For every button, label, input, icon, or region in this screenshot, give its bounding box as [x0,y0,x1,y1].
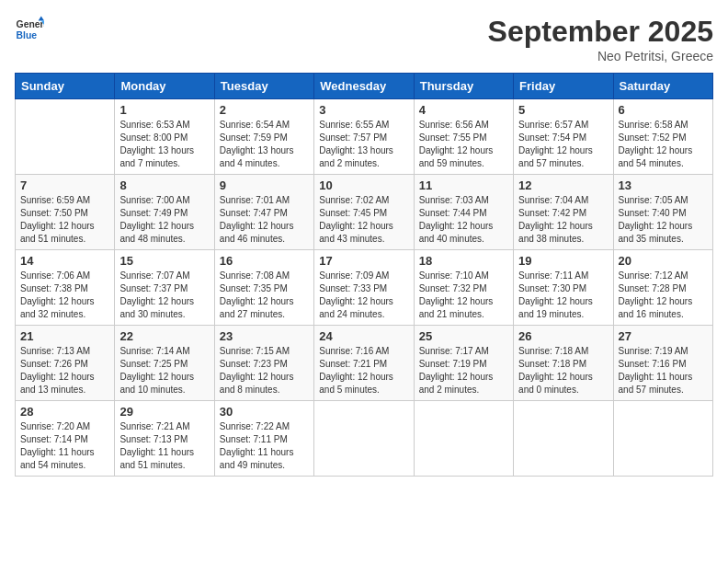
day-number: 11 [419,178,508,192]
day-info: Sunrise: 7:03 AMSunset: 7:44 PMDaylight:… [419,194,508,246]
svg-text:Blue: Blue [17,30,38,40]
week-row-5: 28Sunrise: 7:20 AMSunset: 7:14 PMDayligh… [16,401,713,477]
day-number: 22 [119,329,209,343]
day-number: 30 [220,405,309,419]
day-info: Sunrise: 7:05 AMSunset: 7:40 PMDaylight:… [619,194,708,246]
page-header: General Blue September 2025 Neo Petritsi… [15,15,713,63]
day-cell [16,99,115,175]
day-cell [613,401,712,477]
day-cell: 16Sunrise: 7:08 AMSunset: 7:35 PMDayligh… [214,250,313,326]
day-info: Sunrise: 7:01 AMSunset: 7:47 PMDaylight:… [220,194,309,246]
day-cell: 27Sunrise: 7:19 AMSunset: 7:16 PMDayligh… [613,326,712,401]
day-cell: 6Sunrise: 6:58 AMSunset: 7:52 PMDaylight… [613,99,712,175]
day-number: 6 [619,103,708,117]
day-cell: 30Sunrise: 7:22 AMSunset: 7:11 PMDayligh… [214,401,313,477]
day-cell: 22Sunrise: 7:14 AMSunset: 7:25 PMDayligh… [115,326,214,401]
week-row-2: 7Sunrise: 6:59 AMSunset: 7:50 PMDaylight… [16,175,713,250]
svg-text:General: General [17,19,44,29]
day-number: 18 [419,254,508,268]
day-info: Sunrise: 7:17 AMSunset: 7:19 PMDaylight:… [419,345,508,396]
day-number: 7 [20,178,109,192]
day-number: 9 [220,178,309,192]
day-number: 19 [518,254,608,268]
day-cell: 29Sunrise: 7:21 AMSunset: 7:13 PMDayligh… [115,401,214,477]
day-cell: 8Sunrise: 7:00 AMSunset: 7:49 PMDaylight… [115,175,214,250]
logo: General Blue [15,15,44,44]
day-cell: 15Sunrise: 7:07 AMSunset: 7:37 PMDayligh… [115,250,214,326]
day-info: Sunrise: 7:22 AMSunset: 7:11 PMDaylight:… [220,420,309,472]
day-cell: 19Sunrise: 7:11 AMSunset: 7:30 PMDayligh… [514,250,613,326]
day-info: Sunrise: 6:59 AMSunset: 7:50 PMDaylight:… [20,194,109,246]
col-header-thursday: Thursday [414,74,513,99]
month-title: September 2025 [488,15,713,49]
day-cell: 24Sunrise: 7:16 AMSunset: 7:21 PMDayligh… [314,326,414,401]
day-number: 23 [220,329,309,343]
day-info: Sunrise: 7:10 AMSunset: 7:32 PMDaylight:… [419,270,508,321]
day-cell: 11Sunrise: 7:03 AMSunset: 7:44 PMDayligh… [414,175,513,250]
day-info: Sunrise: 7:09 AMSunset: 7:33 PMDaylight:… [319,270,408,321]
col-header-sunday: Sunday [16,74,115,99]
day-cell: 4Sunrise: 6:56 AMSunset: 7:55 PMDaylight… [414,99,513,175]
day-number: 5 [518,103,608,117]
col-header-wednesday: Wednesday [314,74,414,99]
day-info: Sunrise: 7:11 AMSunset: 7:30 PMDaylight:… [518,270,608,321]
day-cell: 5Sunrise: 6:57 AMSunset: 7:54 PMDaylight… [514,99,613,175]
day-cell: 25Sunrise: 7:17 AMSunset: 7:19 PMDayligh… [414,326,513,401]
day-number: 15 [119,254,209,268]
day-number: 13 [619,178,708,192]
day-cell: 10Sunrise: 7:02 AMSunset: 7:45 PMDayligh… [314,175,414,250]
location-subtitle: Neo Petritsi, Greece [488,49,713,63]
day-number: 17 [319,254,408,268]
day-number: 10 [319,178,408,192]
day-cell: 14Sunrise: 7:06 AMSunset: 7:38 PMDayligh… [16,250,115,326]
day-info: Sunrise: 6:53 AMSunset: 8:00 PMDaylight:… [119,119,209,170]
day-cell: 26Sunrise: 7:18 AMSunset: 7:18 PMDayligh… [514,326,613,401]
day-info: Sunrise: 7:00 AMSunset: 7:49 PMDaylight:… [119,194,209,246]
col-header-saturday: Saturday [613,74,712,99]
day-info: Sunrise: 6:58 AMSunset: 7:52 PMDaylight:… [619,119,708,170]
day-number: 2 [220,103,309,117]
day-cell: 17Sunrise: 7:09 AMSunset: 7:33 PMDayligh… [314,250,414,326]
day-cell [514,401,613,477]
day-cell: 2Sunrise: 6:54 AMSunset: 7:59 PMDaylight… [214,99,313,175]
day-info: Sunrise: 7:14 AMSunset: 7:25 PMDaylight:… [119,345,209,396]
day-info: Sunrise: 6:55 AMSunset: 7:57 PMDaylight:… [319,119,408,170]
day-number: 21 [20,329,109,343]
day-cell: 23Sunrise: 7:15 AMSunset: 7:23 PMDayligh… [214,326,313,401]
day-info: Sunrise: 7:21 AMSunset: 7:13 PMDaylight:… [119,420,209,472]
day-info: Sunrise: 7:04 AMSunset: 7:42 PMDaylight:… [518,194,608,246]
day-info: Sunrise: 7:06 AMSunset: 7:38 PMDaylight:… [20,270,109,321]
day-cell: 28Sunrise: 7:20 AMSunset: 7:14 PMDayligh… [16,401,115,477]
day-cell: 12Sunrise: 7:04 AMSunset: 7:42 PMDayligh… [514,175,613,250]
day-header-row: SundayMondayTuesdayWednesdayThursdayFrid… [16,74,713,99]
day-number: 26 [518,329,608,343]
day-number: 8 [119,178,209,192]
day-number: 3 [319,103,408,117]
day-cell [314,401,414,477]
day-number: 27 [619,329,708,343]
day-cell: 21Sunrise: 7:13 AMSunset: 7:26 PMDayligh… [16,326,115,401]
day-info: Sunrise: 7:19 AMSunset: 7:16 PMDaylight:… [619,345,708,396]
day-info: Sunrise: 7:20 AMSunset: 7:14 PMDaylight:… [20,420,109,472]
day-info: Sunrise: 7:13 AMSunset: 7:26 PMDaylight:… [20,345,109,396]
svg-marker-2 [39,17,44,21]
col-header-friday: Friday [514,74,613,99]
day-number: 4 [419,103,508,117]
logo-icon: General Blue [15,15,44,44]
week-row-3: 14Sunrise: 7:06 AMSunset: 7:38 PMDayligh… [16,250,713,326]
day-cell [414,401,513,477]
day-number: 16 [220,254,309,268]
day-info: Sunrise: 7:18 AMSunset: 7:18 PMDaylight:… [518,345,608,396]
day-number: 24 [319,329,408,343]
day-cell: 3Sunrise: 6:55 AMSunset: 7:57 PMDaylight… [314,99,414,175]
day-number: 12 [518,178,608,192]
week-row-4: 21Sunrise: 7:13 AMSunset: 7:26 PMDayligh… [16,326,713,401]
title-block: September 2025 Neo Petritsi, Greece [488,15,713,63]
day-cell: 9Sunrise: 7:01 AMSunset: 7:47 PMDaylight… [214,175,313,250]
day-number: 25 [419,329,508,343]
day-cell: 1Sunrise: 6:53 AMSunset: 8:00 PMDaylight… [115,99,214,175]
day-info: Sunrise: 7:12 AMSunset: 7:28 PMDaylight:… [619,270,708,321]
day-info: Sunrise: 7:16 AMSunset: 7:21 PMDaylight:… [319,345,408,396]
day-cell: 7Sunrise: 6:59 AMSunset: 7:50 PMDaylight… [16,175,115,250]
day-info: Sunrise: 6:56 AMSunset: 7:55 PMDaylight:… [419,119,508,170]
